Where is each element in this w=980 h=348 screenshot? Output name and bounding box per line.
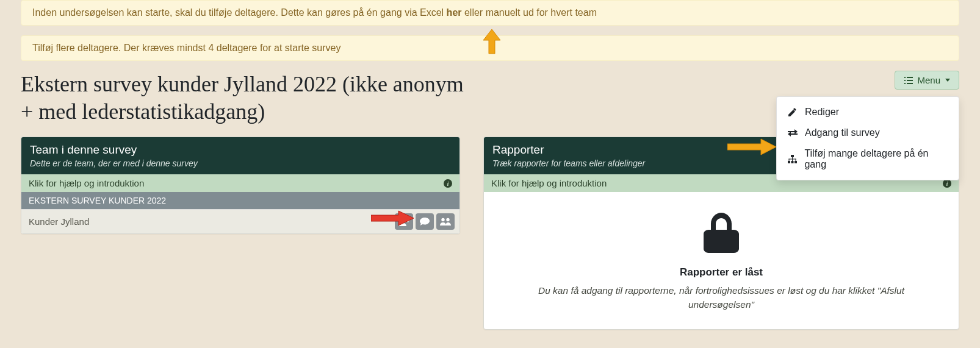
- svg-marker-16: [727, 139, 776, 155]
- locked-title: Rapporter er låst: [508, 266, 934, 279]
- menu-label: Menu: [917, 75, 940, 85]
- svg-rect-14: [792, 159, 793, 162]
- menu-item-access[interactable]: Adgang til survey: [777, 123, 959, 143]
- lock-icon: [508, 213, 934, 255]
- help-label: Klik for hjælp og introduktion: [491, 178, 607, 188]
- group-label: EKSTERN SURVEY KUNDER 2022: [29, 196, 166, 205]
- sitemap-icon: [788, 155, 797, 163]
- svg-rect-10: [794, 161, 797, 163]
- svg-point-21: [446, 218, 449, 221]
- svg-rect-6: [907, 83, 913, 84]
- alert-min-participants: Tilføj flere deltagere. Der kræves minds…: [21, 35, 959, 61]
- svg-rect-7: [791, 155, 794, 157]
- help-row-teams[interactable]: Klik for hjælp og introduktion i: [21, 174, 459, 192]
- team-name: Kunder Jylland: [29, 216, 89, 227]
- team-group-header: EKSTERN SURVEY KUNDER 2022: [21, 192, 459, 209]
- svg-rect-4: [907, 80, 913, 81]
- alert-link-her[interactable]: her: [447, 7, 462, 18]
- svg-rect-2: [907, 77, 913, 78]
- menu-item-label: Adgang til survey: [805, 127, 880, 138]
- menu-item-label: Tilføj mange deltagere på én gang: [804, 148, 948, 170]
- alert-excel: Inden undersøgelsen kan starte, skal du …: [21, 0, 959, 26]
- alert-text-pre: Inden undersøgelsen kan starte, skal du …: [32, 7, 447, 18]
- menu-dropdown: Rediger Adgang til survey Tilføj mange d…: [776, 96, 959, 180]
- annotation-arrow-add: [371, 210, 414, 226]
- panel-teams: Team i denne survey Dette er de team, de…: [21, 137, 460, 234]
- users-icon: [440, 218, 451, 225]
- menu-item-add-many[interactable]: Tilføj mange deltagere på én gang: [777, 143, 959, 175]
- page-title: Ekstern survey kunder Jylland 2022 (ikke…: [21, 71, 472, 126]
- svg-rect-5: [904, 83, 906, 84]
- help-label: Klik for hjælp og introduktion: [29, 178, 144, 188]
- caret-down-icon: [945, 79, 950, 82]
- menu-item-edit[interactable]: Rediger: [777, 102, 959, 123]
- svg-rect-15: [796, 159, 796, 162]
- svg-rect-8: [788, 161, 790, 163]
- svg-marker-22: [371, 211, 414, 225]
- pencil-icon: [788, 108, 798, 116]
- menu-button[interactable]: Menu: [895, 71, 959, 90]
- svg-rect-3: [904, 80, 906, 81]
- menu-item-label: Rediger: [805, 107, 839, 118]
- users-button[interactable]: [436, 213, 455, 230]
- alert-text: Tilføj flere deltagere. Der kræves minds…: [32, 43, 340, 53]
- svg-rect-9: [791, 161, 794, 163]
- list-icon: [904, 77, 913, 84]
- annotation-arrow-menu: [727, 138, 776, 156]
- reports-locked: Rapporter er låst Du kan få adgang til r…: [484, 192, 959, 329]
- svg-point-20: [441, 218, 444, 221]
- feedback-button[interactable]: [416, 213, 434, 230]
- svg-rect-13: [789, 159, 790, 162]
- chat-icon: [420, 218, 430, 226]
- panel-title: Team i denne survey: [30, 143, 451, 157]
- alert-text-post: eller manuelt ud for hvert team: [462, 7, 597, 18]
- exchange-icon: [788, 129, 798, 137]
- svg-rect-1: [904, 77, 906, 78]
- panel-subtitle: Dette er de team, der er med i denne sur…: [30, 158, 451, 168]
- locked-description: Du kan få adgang til rapporterne, når fo…: [508, 283, 934, 312]
- panel-header: Team i denne survey Dette er de team, de…: [21, 137, 459, 174]
- info-icon: i: [444, 179, 452, 188]
